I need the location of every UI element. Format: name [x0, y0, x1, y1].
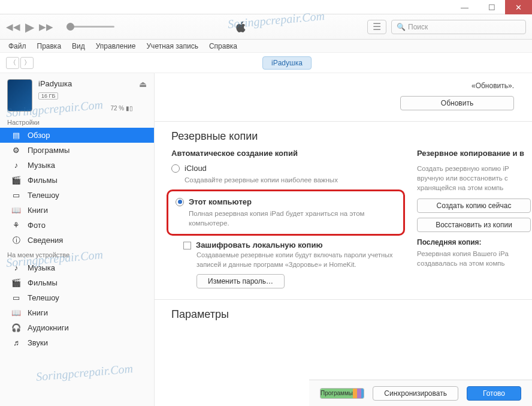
music-icon: ♪ [11, 264, 22, 272]
nav-row: 〈 〉 iPadушка [0, 53, 532, 73]
sidebar-ondevice-music[interactable]: ♪Музыка [0, 260, 154, 275]
tvshows-icon: ▭ [11, 191, 22, 200]
radio-label: iCloud [185, 164, 207, 173]
volume-slider[interactable] [66, 26, 114, 28]
sidebar-item-label: Фильмы [28, 278, 58, 287]
params-header: Параметры [155, 300, 532, 327]
sidebar-item-info[interactable]: ⓘСведения [0, 233, 154, 248]
sidebar: iPadушка 16 ГБ 72 % ▮▯ ⏏ Настройки ▤Обзо… [0, 73, 155, 406]
thispc-desc: Полная резервная копия iPad будет хранит… [189, 209, 396, 228]
menu-edit[interactable]: Правка [37, 42, 62, 50]
menu-controls[interactable]: Управление [96, 42, 136, 50]
backup-now-button[interactable]: Создать копию сейчас [417, 199, 531, 213]
sidebar-ondevice-tvshows[interactable]: ▭Телешоу [0, 290, 154, 305]
radio-this-computer[interactable]: Этот компьютер [176, 197, 396, 206]
sidebar-ondevice-audiobooks[interactable]: 🎧Аудиокниги [0, 320, 154, 335]
search-placeholder: Поиск [408, 23, 428, 31]
last-copy-header: Последняя копия: [417, 238, 532, 246]
books-icon: 📖 [11, 206, 22, 215]
window-titlebar: — ☐ ✕ [0, 0, 532, 14]
capacity-seg-other2 [357, 389, 361, 398]
device-thumbnail [7, 79, 32, 112]
tones-icon: ♬ [11, 339, 22, 347]
radio-icon [171, 164, 180, 173]
movies-icon: 🎬 [11, 176, 22, 185]
prev-track-icon[interactable]: ◀◀ [6, 22, 20, 32]
backups-header: Резервные копии [155, 122, 532, 149]
encrypt-label: Зашифровать локальную копию [196, 240, 323, 249]
sidebar-ondevice-books[interactable]: 📖Книги [0, 305, 154, 320]
sidebar-item-tvshows[interactable]: ▭Телешоу [0, 188, 154, 203]
capacity-seg-other1 [353, 389, 357, 398]
next-track-icon[interactable]: ▶▶ [39, 22, 53, 32]
sidebar-item-apps[interactable]: ⚙Программы [0, 143, 154, 158]
menu-file[interactable]: Файл [8, 42, 26, 50]
sidebar-item-label: Музыка [28, 161, 55, 170]
capacity-seg-apps: Программы [321, 389, 353, 398]
apple-logo-icon [114, 20, 367, 34]
close-button[interactable]: ✕ [505, 0, 532, 14]
footer-bar: Программы Синхронизировать Готово [309, 380, 532, 406]
update-button[interactable]: Обновить [400, 96, 514, 110]
checkbox-icon [183, 242, 191, 249]
capacity-seg-other3 [361, 389, 364, 398]
menu-help[interactable]: Справка [209, 42, 237, 50]
done-button[interactable]: Готово [467, 386, 521, 401]
restore-button[interactable]: Восстановить из копии [417, 218, 531, 232]
sidebar-ondevice-tones[interactable]: ♬Звуки [0, 335, 154, 350]
sidebar-item-photos[interactable]: ⚘Фото [0, 218, 154, 233]
sidebar-ondevice-movies[interactable]: 🎬Фильмы [0, 275, 154, 290]
sidebar-section-settings: Настройки [0, 115, 154, 128]
capacity-bar[interactable]: Программы [320, 388, 364, 399]
content-area: «Обновить». Обновить Резервные копии Авт… [155, 73, 532, 406]
play-icon[interactable]: ▶ [25, 20, 34, 34]
battery-status: 72 % ▮▯ [38, 105, 133, 112]
encrypt-desc: Создаваемые резервные копии будут включа… [197, 251, 405, 269]
sidebar-item-label: Книги [28, 206, 48, 215]
radio-icloud[interactable]: iCloud [171, 164, 405, 173]
sidebar-item-label: Фото [28, 221, 46, 230]
search-input[interactable]: 🔍 Поиск [391, 20, 526, 34]
sidebar-item-label: Книги [28, 308, 48, 317]
audiobooks-icon: 🎧 [11, 324, 22, 332]
sidebar-item-label: Музыка [28, 263, 55, 272]
sidebar-item-books[interactable]: 📖Книги [0, 203, 154, 218]
eject-icon[interactable]: ⏏ [139, 79, 147, 89]
photos-icon: ⚘ [11, 221, 22, 230]
icloud-desc: Создавайте резервные копии наиболее важн… [185, 175, 405, 185]
update-section: «Обновить». Обновить [155, 73, 532, 121]
sidebar-item-label: Обзор [28, 131, 50, 140]
apps-icon: ⚙ [11, 146, 22, 155]
sidebar-item-music[interactable]: ♪Музыка [0, 158, 154, 173]
books-icon: 📖 [11, 309, 22, 317]
minimize-button[interactable]: — [451, 0, 478, 14]
nav-forward-button[interactable]: 〉 [20, 57, 34, 69]
menu-view[interactable]: Вид [72, 42, 85, 50]
device-header: iPadушка 16 ГБ 72 % ▮▯ ⏏ [0, 73, 154, 115]
sidebar-item-label: Телешоу [28, 191, 59, 200]
list-view-button[interactable]: ☰ [367, 20, 386, 34]
device-name: iPadушка [38, 79, 133, 88]
sidebar-item-label: Фильмы [28, 176, 58, 185]
change-password-button[interactable]: Изменить пароль… [197, 274, 285, 288]
device-capacity: 16 ГБ [38, 92, 58, 100]
sidebar-item-summary[interactable]: ▤Обзор [0, 128, 154, 143]
menubar: Файл Правка Вид Управление Учетная запис… [0, 40, 532, 53]
sidebar-item-label: Программы [28, 146, 69, 155]
sidebar-item-label: Сведения [28, 236, 63, 245]
auto-backup-header: Автоматическое создание копий [171, 149, 405, 158]
sidebar-item-label: Аудиокниги [28, 323, 69, 332]
encrypt-checkbox-row[interactable]: Зашифровать локальную копию [183, 240, 405, 249]
toolbar: ◀◀ ▶ ▶▶ ☰ 🔍 Поиск [0, 14, 532, 40]
device-tab[interactable]: iPadушка [262, 56, 312, 70]
search-icon: 🔍 [397, 23, 406, 31]
update-quote: «Обновить». [155, 82, 514, 90]
sidebar-section-ondevice: На моем устройстве [0, 248, 154, 260]
sync-button[interactable]: Синхронизировать [373, 386, 458, 401]
nav-back-button[interactable]: 〈 [6, 57, 19, 69]
summary-icon: ▤ [11, 131, 22, 140]
sidebar-item-movies[interactable]: 🎬Фильмы [0, 173, 154, 188]
radio-icon [176, 198, 184, 206]
menu-account[interactable]: Учетная запись [147, 42, 198, 50]
maximize-button[interactable]: ☐ [478, 0, 505, 14]
